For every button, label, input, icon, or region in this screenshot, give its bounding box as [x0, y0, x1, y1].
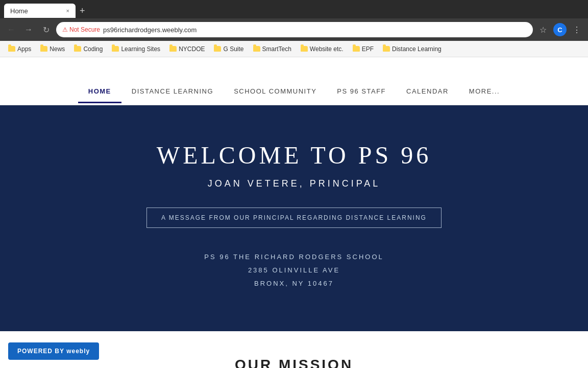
powered-by-brand: weebly	[66, 348, 90, 355]
nav-school-community[interactable]: SCHOOL COMMUNITY	[224, 79, 327, 103]
folder-icon	[74, 46, 81, 52]
bookmark-distance-learning[interactable]: Distance Learning	[379, 44, 446, 54]
new-tab-button[interactable]: +	[76, 6, 89, 16]
tab-title: Home	[10, 7, 28, 15]
folder-icon	[40, 46, 47, 52]
nav-calendar[interactable]: CALENDAR	[396, 79, 459, 103]
bookmark-gsuite-label: G Suite	[223, 45, 243, 53]
back-icon: ←	[7, 25, 15, 34]
bookmark-epf[interactable]: EPF	[349, 44, 378, 54]
nav-ps96-staff[interactable]: PS 96 STAFF	[327, 79, 396, 103]
address-line3: BRONX, NY 10467	[20, 277, 568, 290]
nav-more[interactable]: MORE...	[459, 79, 510, 103]
folder-icon	[112, 46, 119, 52]
hero-title: WELCOME TO PS 96	[20, 141, 568, 169]
hero-subtitle: JOAN VETERE, PRINCIPAL	[20, 178, 568, 189]
mission-title: OUR MISSION	[20, 357, 568, 368]
bookmark-coding-label: Coding	[83, 45, 103, 53]
back-button[interactable]: ←	[4, 22, 18, 37]
tab-close-button[interactable]: ×	[66, 8, 69, 14]
nav-distance-learning[interactable]: DISTANCE LEARNING	[121, 79, 224, 103]
not-secure-label: Not Secure	[69, 26, 100, 33]
tab-bar: Home × +	[0, 0, 588, 18]
bookmark-epf-label: EPF	[362, 45, 374, 53]
bookmark-learning-sites[interactable]: Learning Sites	[108, 44, 164, 54]
bookmark-learning-sites-label: Learning Sites	[121, 45, 160, 53]
bookmark-apps[interactable]: Apps	[4, 44, 35, 54]
bookmark-coding[interactable]: Coding	[70, 44, 107, 54]
bookmark-nycdoe[interactable]: NYCDOE	[165, 44, 209, 54]
bookmark-smarttech[interactable]: SmartTech	[249, 44, 296, 54]
url-display: ps96richardrodgers.weebly.com	[103, 26, 197, 34]
powered-by-weebly[interactable]: POWERED BY weebly	[8, 342, 99, 360]
bookmark-website-etc-label: Website etc.	[310, 45, 344, 53]
folder-icon	[214, 46, 221, 52]
forward-button[interactable]: →	[21, 22, 36, 37]
browser-window: Home × + ← → ↻ ⚠ Not Secure ps96richardr…	[0, 0, 588, 368]
address-line2: 2385 OLINVILLE AVE	[20, 264, 568, 277]
reload-icon: ↻	[43, 25, 50, 35]
more-menu-icon: ⋮	[573, 25, 581, 35]
bookmark-icon: ☆	[540, 25, 547, 35]
security-indicator: ⚠ Not Secure	[62, 26, 100, 33]
principal-message-button[interactable]: A MESSAGE FROM OUR PRINCIPAL REGARDING D…	[146, 208, 442, 228]
profile-button[interactable]: C	[553, 23, 567, 36]
bookmark-apps-label: Apps	[17, 45, 31, 53]
bookmark-website-etc[interactable]: Website etc.	[297, 44, 348, 54]
bookmark-smarttech-label: SmartTech	[262, 45, 291, 53]
bookmark-nycdoe-label: NYCDOE	[179, 45, 205, 53]
page-top-spacer	[0, 57, 588, 78]
folder-icon	[353, 46, 360, 52]
bookmark-gsuite[interactable]: G Suite	[210, 44, 248, 54]
bookmarks-bar: Apps News Coding Learning Sites NYCDOE G…	[0, 41, 588, 57]
active-tab[interactable]: Home ×	[4, 4, 76, 18]
nav-home[interactable]: HOME	[78, 79, 121, 103]
site-navigation: HOME DISTANCE LEARNING SCHOOL COMMUNITY …	[0, 78, 588, 105]
bookmark-news-label: News	[50, 45, 65, 53]
lock-icon: ⚠	[62, 26, 68, 33]
folder-icon	[169, 46, 177, 52]
folder-icon	[8, 46, 15, 52]
website-content: HOME DISTANCE LEARNING SCHOOL COMMUNITY …	[0, 57, 588, 368]
powered-by-label: POWERED BY	[17, 348, 64, 355]
hero-section: WELCOME TO PS 96 JOAN VETERE, PRINCIPAL …	[0, 105, 588, 331]
reload-button[interactable]: ↻	[39, 22, 53, 37]
address-bar[interactable]: ⚠ Not Secure ps96richardrodgers.weebly.c…	[56, 22, 533, 37]
folder-icon	[253, 46, 260, 52]
folder-icon	[383, 46, 390, 52]
bookmark-distance-learning-label: Distance Learning	[392, 45, 442, 53]
address-line1: PS 96 THE RICHARD RODGERS SCHOOL	[20, 250, 568, 264]
hero-address: PS 96 THE RICHARD RODGERS SCHOOL 2385 OL…	[20, 250, 568, 290]
forward-icon: →	[24, 25, 33, 34]
bookmark-star-button[interactable]: ☆	[536, 22, 550, 37]
folder-icon	[301, 46, 308, 52]
menu-button[interactable]: ⋮	[570, 22, 584, 37]
address-bar-row: ← → ↻ ⚠ Not Secure ps96richardrodgers.we…	[0, 18, 588, 41]
bookmark-news[interactable]: News	[36, 44, 69, 54]
